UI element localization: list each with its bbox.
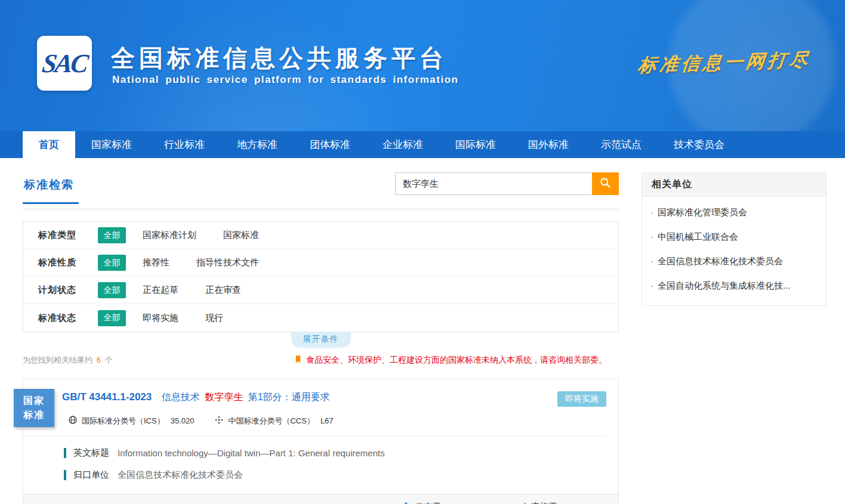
implement-icon: [517, 501, 531, 504]
filter-option[interactable]: 推荐性: [143, 257, 169, 268]
site-slogan: 标准信息一网打尽: [637, 47, 812, 78]
nav-item-local-standards[interactable]: 地方标准: [221, 131, 294, 158]
nav-item-international-standards[interactable]: 国际标准: [439, 131, 512, 158]
search-button[interactable]: [592, 172, 619, 195]
filter-row-standard-status: 标准状态 全部 即将实施 现行: [23, 304, 618, 332]
system-notice: 食品安全、环境保护、工程建设方面的国家标准未纳入本系统，请咨询相关部委。: [294, 355, 607, 366]
implement-date-item: 实施于 2024-06-01: [517, 501, 605, 504]
filter-label: 标准类型: [38, 230, 98, 241]
badge-line1: 国家: [14, 394, 54, 408]
sidebar-item-sac[interactable]: 国家标准化管理委员会: [650, 200, 818, 225]
search-icon: [599, 177, 612, 191]
globe-icon: [68, 415, 82, 426]
filter-all-button[interactable]: 全部: [98, 255, 126, 271]
teal-bar: [64, 448, 66, 458]
site-title: 全国标准信息公共服务平台: [111, 42, 448, 75]
card-title-row: GB/T 43441.1-2023 信息技术 数字孪生 第1部分：通用要求 即将…: [23, 379, 618, 407]
publish-label: 发布于: [415, 501, 442, 504]
filter-label: 计划状态: [38, 285, 98, 296]
site-subtitle: National public service platform for sta…: [112, 74, 458, 86]
committee-row: 归口单位 全国信息技术标准化技术委员会: [64, 469, 606, 481]
compass-icon: [214, 415, 228, 426]
ics-value: 35.020: [171, 416, 195, 425]
nav-item-technical-committee[interactable]: 技术委员会: [658, 131, 741, 158]
publish-icon: [401, 501, 415, 504]
national-standard-badge[interactable]: 国家 标准: [14, 389, 54, 427]
standard-title-part2: 第1部分：通用要求: [248, 392, 330, 402]
card-meta-row: 国际标准分类号（ICS） 35.020 中国标准分类号（CCS） L67: [23, 407, 606, 437]
nav-item-foreign-standards[interactable]: 国外标准: [512, 131, 585, 158]
english-title-label: 英文标题: [73, 447, 109, 459]
standard-title-link[interactable]: GB/T 43441.1-2023 信息技术 数字孪生 第1部分：通用要求: [62, 391, 330, 404]
main-nav: 首页 国家标准 行业标准 地方标准 团体标准 企业标准 国际标准 国外标准 示范…: [0, 131, 845, 158]
badge-line2: 标准: [14, 408, 54, 422]
english-title-row: 英文标题 Information technology—Digital twin…: [64, 447, 606, 459]
tab-standard-search[interactable]: 标准检索: [23, 172, 79, 204]
search-box: [395, 172, 619, 195]
filter-option[interactable]: 指导性技术文件: [196, 257, 259, 268]
english-title-value: Information technology—Digital twin—Part…: [118, 448, 385, 458]
ccs-group: 中国标准分类号（CCS） L67: [214, 415, 333, 426]
implement-label: 实施于: [531, 501, 557, 504]
filter-option[interactable]: 国家标准计划: [143, 230, 196, 241]
implement-date: 2024-06-01: [561, 502, 605, 504]
related-units-title: 相关单位: [642, 173, 826, 197]
nav-item-group-standards[interactable]: 团体标准: [294, 131, 366, 158]
main-content: 标准检索 标准类型 全部 国家标准计划 国家标准 标准性质 全部 推荐性: [0, 158, 845, 504]
standard-code: GB/T 43441.1-2023: [62, 391, 152, 403]
ccs-value: L67: [320, 416, 334, 425]
ccs-label: 中国标准分类号（CCS）: [228, 416, 314, 426]
right-column: 相关单位 国家标准化管理委员会 中国机械工业联合会 全国信息技术标准化技术委员会…: [642, 172, 827, 504]
nav-item-home[interactable]: 首页: [23, 131, 75, 158]
filter-option[interactable]: 正在审查: [205, 285, 241, 296]
result-count-suffix: 个: [104, 355, 112, 364]
result-count: 为您找到相关结果约 6 个: [23, 355, 112, 366]
sac-logo-text: SAC: [40, 48, 88, 79]
committee-label: 归口单位: [73, 469, 109, 481]
ics-group: 国际标准分类号（ICS） 35.020: [68, 415, 194, 426]
publish-date-item: 发布于 2023-11-27: [401, 501, 489, 504]
filter-row-plan-status: 计划状态 全部 正在起草 正在审查: [23, 277, 618, 304]
filter-all-button[interactable]: 全部: [98, 310, 126, 326]
search-tab-row: 标准检索: [23, 172, 619, 209]
nav-item-industry-standards[interactable]: 行业标准: [148, 131, 221, 158]
left-column: 标准检索 标准类型 全部 国家标准计划 国家标准 标准性质 全部 推荐性: [23, 172, 619, 504]
search-input[interactable]: [395, 172, 592, 195]
filter-option[interactable]: 即将实施: [143, 313, 178, 324]
filter-row-standard-nature: 标准性质 全部 推荐性 指导性技术文件: [23, 249, 618, 277]
result-count-number: 6: [97, 355, 101, 364]
related-units-list: 国家标准化管理委员会 中国机械工业联合会 全国信息技术标准化技术委员会 全国自动…: [642, 197, 826, 305]
nav-item-enterprise-standards[interactable]: 企业标准: [366, 131, 439, 158]
filter-option[interactable]: 现行: [205, 313, 223, 324]
sidebar-item-automation-committee[interactable]: 全国自动化系统与集成标准化技...: [650, 274, 818, 298]
filter-row-standard-type: 标准类型 全部 国家标准计划 国家标准: [23, 222, 618, 249]
teal-bar: [64, 470, 66, 480]
notice-text: 食品安全、环境保护、工程建设方面的国家标准未纳入本系统，请咨询相关部委。: [306, 355, 607, 366]
standard-result-card: 国家 标准 GB/T 43441.1-2023 信息技术 数字孪生 第1部分：通…: [23, 379, 619, 504]
filter-label: 标准性质: [38, 257, 98, 268]
ics-label: 国际标准分类号（ICS）: [82, 416, 165, 426]
filter-option[interactable]: 正在起草: [143, 285, 178, 296]
nav-item-national-standards[interactable]: 国家标准: [75, 131, 148, 158]
related-units-panel: 相关单位 国家标准化管理委员会 中国机械工业联合会 全国信息技术标准化技术委员会…: [642, 172, 827, 306]
filter-all-button[interactable]: 全部: [98, 282, 126, 298]
filter-all-button[interactable]: 全部: [98, 227, 126, 243]
filter-panel: 标准类型 全部 国家标准计划 国家标准 标准性质 全部 推荐性 指导性技术文件 …: [23, 221, 619, 332]
sac-logo: SAC: [37, 36, 92, 91]
status-badge: 即将实施: [557, 391, 606, 407]
standard-title-highlight: 数字孪生: [205, 392, 243, 402]
bookmark-icon: [294, 355, 306, 366]
expand-conditions-button[interactable]: 展开条件: [291, 332, 351, 348]
site-header: SAC 全国标准信息公共服务平台 National public service…: [0, 0, 845, 131]
result-info-row: 为您找到相关结果约 6 个 食品安全、环境保护、工程建设方面的国家标准未纳入本系…: [23, 355, 619, 366]
result-count-prefix: 为您找到相关结果约: [23, 355, 92, 364]
sidebar-item-it-standardization-committee[interactable]: 全国信息技术标准化技术委员会: [650, 249, 818, 274]
filter-label: 标准状态: [38, 313, 98, 324]
sidebar-item-machinery-federation[interactable]: 中国机械工业联合会: [650, 225, 818, 249]
card-footer: 发布于 2023-11-27 实施于 2024-06-01: [23, 494, 618, 504]
filter-option[interactable]: 国家标准: [223, 230, 259, 241]
standard-title-part1: 信息技术: [162, 392, 200, 402]
publish-date: 2023-11-27: [445, 502, 488, 504]
committee-value[interactable]: 全国信息技术标准化技术委员会: [118, 469, 243, 481]
nav-item-pilot[interactable]: 示范试点: [585, 131, 658, 158]
